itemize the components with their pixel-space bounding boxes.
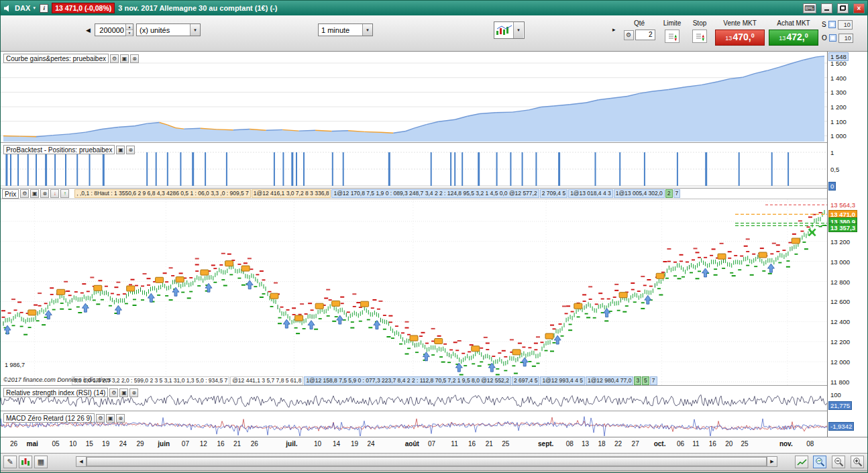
trade-annotations-top-strip: , ,0,1 : 8Haut : 1 3550,6 2 9 6,8 4,3 42… bbox=[74, 189, 826, 199]
close-icon[interactable]: ⊗ bbox=[130, 54, 139, 63]
x-axis-label: 10 bbox=[314, 440, 321, 448]
order-settings-icon[interactable]: ⚙ bbox=[624, 30, 634, 40]
expand-panel-icon[interactable]: ▸ bbox=[612, 26, 616, 33]
close-button[interactable]: × bbox=[853, 3, 865, 13]
restore-button[interactable] bbox=[837, 3, 849, 13]
equity-chart[interactable] bbox=[1, 52, 827, 143]
qty-input[interactable]: 2 bbox=[635, 30, 655, 40]
gear-icon[interactable]: ⚙ bbox=[110, 54, 119, 63]
sell-arrow-icon[interactable]: ↓ bbox=[50, 189, 59, 198]
scroll-right-icon[interactable]: ▶ bbox=[767, 456, 777, 467]
bottom-toolbar: ✎ ▦ ◀ ▶ bbox=[1, 453, 868, 470]
scrollbar-thumb[interactable] bbox=[87, 457, 767, 466]
price-axis-label: 13 000 bbox=[830, 258, 850, 266]
quantity-stepper[interactable]: 200000 ▲▼ bbox=[95, 23, 133, 36]
positions-panel-header: ProBacktest - Positions: pruebaibex ▣ ⊗ bbox=[3, 145, 135, 154]
trade-annotation-chip: 1@13 005,4 302,0 bbox=[614, 189, 665, 198]
quantity-value: 200000 bbox=[95, 26, 125, 34]
trade-annotation-chip: 2 bbox=[665, 189, 673, 198]
window-title: 3 nov. 2017 Allemagne 30 au comptant (1€… bbox=[118, 4, 277, 12]
detach-window-icon[interactable]: ▣ bbox=[116, 146, 125, 154]
magnifier-icon bbox=[815, 457, 825, 467]
close-icon[interactable]: ⊗ bbox=[129, 388, 138, 397]
time-axis[interactable]: 26mai051015192429juin0712162126juil.1014… bbox=[1, 437, 868, 453]
chevron-down-icon: ▼ bbox=[513, 22, 523, 38]
sell-column: Vente MKT 13470,0 bbox=[714, 19, 765, 46]
detach-window-icon[interactable]: ▣ bbox=[120, 54, 129, 63]
buy-market-button[interactable]: 13472,0 bbox=[769, 30, 818, 46]
chevron-down-icon: ▼ bbox=[362, 24, 372, 36]
minimize-button[interactable] bbox=[821, 3, 832, 13]
zoom-select-icon[interactable] bbox=[813, 456, 826, 468]
keyboard-icon[interactable]: ⌨ bbox=[803, 3, 816, 13]
s-value-input[interactable]: 10 bbox=[838, 20, 853, 30]
price-change-badge: 13 471,0 (-0,08%) bbox=[52, 3, 115, 13]
price-chart[interactable] bbox=[1, 199, 827, 386]
chart-type-button[interactable]: ▼ bbox=[494, 21, 525, 39]
limit-column: Limite bbox=[659, 19, 685, 43]
scrollbar-track[interactable] bbox=[87, 456, 767, 467]
stop-ladder-icon bbox=[695, 32, 705, 42]
chart-results-icon[interactable] bbox=[795, 456, 808, 468]
bottom-strip-chips: 0,0 1,0 1,3 2,3 3,2 2,0 : 599,0 2 3 5 3,… bbox=[72, 376, 658, 385]
o-checkbox[interactable] bbox=[829, 34, 836, 42]
collapse-panel-icon[interactable]: ◀ bbox=[86, 27, 91, 34]
trade-annotation-chip: 1@12 416,1 3,0 7,2 8 3 336,8 bbox=[252, 189, 331, 198]
info-icon[interactable]: i bbox=[40, 4, 48, 13]
draw-tools-icon[interactable]: ✎ bbox=[3, 456, 17, 468]
buy-arrow-icon[interactable]: ↑ bbox=[60, 189, 69, 198]
timeframe-dropdown[interactable]: 1 minute ▼ bbox=[318, 23, 373, 36]
zoom-out-icon[interactable] bbox=[832, 456, 845, 468]
trade-annotation-chip: 1@13 018,4 4 3 bbox=[568, 189, 613, 198]
s-checkbox[interactable] bbox=[828, 21, 836, 28]
sell-header: Vente MKT bbox=[723, 19, 756, 28]
close-icon[interactable]: ⊗ bbox=[40, 189, 49, 198]
x-axis-label: 21 bbox=[233, 440, 241, 448]
copyright-text: ©2017 finance.com Données indicatives bbox=[3, 376, 111, 383]
o-value-input[interactable]: 10 bbox=[838, 34, 853, 43]
gear-icon[interactable]: ⚙ bbox=[96, 414, 105, 423]
x-axis-label: 06 bbox=[677, 440, 684, 448]
price-panel-title: Prix bbox=[2, 189, 19, 199]
limit-order-button[interactable] bbox=[665, 30, 680, 43]
rsi-panel-title: Relative strength index (RSI) (14) bbox=[3, 388, 108, 397]
x-axis-label: 26 bbox=[10, 440, 17, 448]
positions-last-value: 0 bbox=[828, 182, 836, 191]
detach-window-icon[interactable]: ▣ bbox=[106, 414, 115, 423]
macd-panel-title: MACD Zéro Retard (12 26 9) bbox=[3, 413, 95, 423]
trade-annotation-chip: 7 bbox=[673, 189, 681, 198]
trade-annotation-chip: , ,0,1 : 8Haut : 1 3550,6 2 9 6,8 4,3 42… bbox=[74, 189, 251, 198]
alert-speaker-icon[interactable] bbox=[3, 5, 11, 12]
trade-annotation-chip: 1@12 980,4 77,0 bbox=[586, 376, 633, 385]
positions-panel-title: ProBacktest - Positions: pruebaibex bbox=[3, 145, 115, 154]
chart-toolbar: ◀ 200000 ▲▼ (x) unités ▼ 1 minute ▼ ▼ ▸ … bbox=[1, 15, 867, 52]
data-table-icon[interactable]: ▦ bbox=[34, 456, 48, 468]
backtest-icon[interactable] bbox=[19, 456, 32, 468]
stepper-arrows-icon[interactable]: ▲▼ bbox=[125, 24, 133, 36]
detach-window-icon[interactable]: ▣ bbox=[30, 189, 39, 198]
scroll-left-icon[interactable]: ◀ bbox=[76, 456, 87, 467]
symbol-selector[interactable]: DAX ▼ bbox=[15, 4, 36, 12]
qty-column: Qté ⚙ 2 bbox=[622, 19, 657, 40]
s-label: S bbox=[822, 21, 826, 28]
detach-window-icon[interactable]: ▣ bbox=[119, 388, 128, 397]
stop-order-button[interactable] bbox=[692, 30, 707, 43]
rsi-panel-header: Relative strength index (RSI) (14) ⚙ ▣ ⊗ bbox=[3, 388, 138, 397]
units-dropdown[interactable]: (x) unités ▼ bbox=[136, 23, 201, 36]
zoom-in-icon[interactable] bbox=[851, 456, 864, 468]
x-axis-label: 19 bbox=[351, 440, 358, 448]
price-axis-column[interactable]: 1 5001 4001 3001 2001 1001 0001 54810,50… bbox=[827, 52, 868, 437]
symbol-label: DAX bbox=[15, 4, 30, 12]
candlestick-preview-icon bbox=[496, 24, 513, 36]
gear-icon[interactable]: ⚙ bbox=[20, 189, 29, 198]
gear-icon[interactable]: ⚙ bbox=[109, 388, 118, 397]
limit-header: Limite bbox=[663, 19, 682, 28]
close-icon[interactable]: ⊗ bbox=[116, 414, 125, 423]
horizontal-scrollbar[interactable]: ◀ ▶ bbox=[76, 456, 777, 467]
equity-axis-label: 1 400 bbox=[830, 74, 847, 82]
price-high-label: 13 564,3 bbox=[830, 201, 855, 209]
close-icon[interactable]: ⊗ bbox=[126, 146, 135, 154]
x-axis-label: sept. bbox=[538, 440, 553, 448]
units-label: (x) unités bbox=[137, 26, 190, 34]
sell-market-button[interactable]: 13470,0 bbox=[715, 30, 765, 46]
